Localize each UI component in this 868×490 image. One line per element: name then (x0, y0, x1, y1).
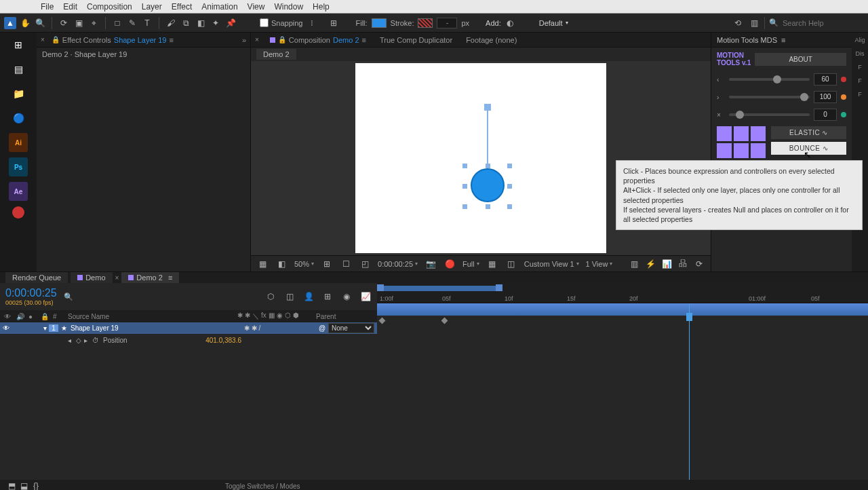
layer-row[interactable]: 👁 ▾ 1 ★ Shape Layer 19 ✱ ✱ / @ None (0, 322, 377, 335)
comp-subtab[interactable]: Demo 2 (256, 49, 296, 60)
panel-icon[interactable]: ▥ (748, 17, 760, 29)
selection-handle[interactable] (507, 164, 512, 168)
time-ruler[interactable]: 1:00f 05f 10f 15f 20f 01:00f 05f (377, 283, 868, 303)
keyframe-icon[interactable] (379, 318, 386, 324)
panel-stub[interactable]: F (858, 77, 862, 84)
add-menu-icon[interactable]: ◐ (504, 17, 516, 29)
camera-dropdown[interactable]: Custom View 1 (524, 260, 579, 268)
parent-dropdown[interactable]: None (328, 323, 374, 333)
switch-icon[interactable]: ✱ (237, 312, 243, 321)
zoom-dropdown[interactable]: 50% (294, 260, 314, 268)
snapping-checkbox[interactable] (260, 18, 269, 27)
search-icon[interactable]: 🔍 (64, 293, 73, 301)
alpha-toggle-icon[interactable]: ◧ (275, 258, 288, 270)
mask-toggle-icon[interactable]: ▦ (256, 258, 269, 270)
tab-menu-icon[interactable]: ≡ (169, 36, 173, 44)
tab-demo[interactable]: Demo (71, 272, 112, 283)
keyframe-nav-prev-icon[interactable]: ◂ (68, 337, 76, 344)
refresh-icon[interactable]: ⟳ (693, 258, 705, 270)
tab-menu-icon[interactable]: ≡ (362, 36, 366, 44)
slider-1-value[interactable]: 60 (814, 73, 837, 86)
distribute-panel-stub[interactable]: Dis (856, 50, 865, 57)
panel-stub[interactable]: F (858, 64, 862, 71)
graph-editor-icon[interactable]: 📈 (359, 290, 372, 303)
timeline-icon[interactable]: 📊 (660, 258, 673, 270)
tab-demo2[interactable]: Demo 2≡ (121, 272, 179, 283)
grid-icon[interactable]: ⊞ (321, 258, 333, 270)
menu-view[interactable]: View (248, 2, 265, 12)
frame-blend-icon[interactable]: ⊞ (321, 290, 334, 303)
selection-handle[interactable] (507, 184, 512, 189)
color-dot[interactable] (841, 94, 846, 100)
overflow-icon[interactable]: » (242, 36, 246, 44)
color-dot[interactable] (841, 77, 846, 82)
type-tool-icon[interactable]: T (141, 17, 153, 29)
stamp-tool-icon[interactable]: ⧉ (180, 17, 192, 29)
menu-help[interactable]: Help (313, 2, 330, 12)
snapshot-icon[interactable]: 📷 (425, 258, 437, 270)
stroke-width-input[interactable]: - (437, 18, 457, 29)
work-area-start[interactable] (377, 284, 384, 291)
pan-behind-tool-icon[interactable]: ⌖ (87, 17, 100, 29)
flowchart-icon[interactable]: 品 (677, 258, 689, 270)
illustrator-icon[interactable]: Ai (9, 133, 28, 152)
puppet-tool-icon[interactable]: 📌 (224, 17, 237, 29)
playhead[interactable] (689, 303, 690, 480)
menu-edit[interactable]: Edit (63, 2, 77, 12)
switch-icon[interactable]: ✱ (245, 312, 250, 321)
align-panel-stub[interactable]: Alig (854, 37, 865, 43)
lock-col-icon[interactable]: 🔒 (41, 313, 49, 320)
tab-menu-icon[interactable]: ≡ (781, 36, 785, 44)
fill-swatch[interactable] (372, 18, 387, 28)
selection-handle[interactable] (486, 204, 490, 209)
workspace-preset[interactable]: Default (539, 19, 563, 27)
orbit-tool-icon[interactable]: ⟳ (58, 17, 70, 29)
rect-tool-icon[interactable]: □ (111, 17, 123, 29)
slider-3[interactable] (729, 113, 810, 116)
photoshop-icon[interactable]: Ps (9, 157, 28, 176)
pickwhip-icon[interactable]: @ (316, 324, 326, 332)
color-dot[interactable] (841, 112, 846, 117)
search-input[interactable] (783, 19, 864, 27)
record-icon[interactable] (12, 206, 24, 219)
menu-window[interactable]: Window (274, 2, 303, 12)
switch-icon[interactable]: ＼ (252, 312, 259, 321)
track-area[interactable] (377, 303, 868, 480)
menu-file[interactable]: File (41, 2, 54, 12)
menu-layer[interactable]: Layer (142, 2, 162, 12)
grid-icon[interactable]: ⊞ (328, 17, 340, 29)
menu-animation[interactable]: Animation (201, 2, 237, 12)
sync-icon[interactable]: ⟲ (732, 17, 744, 29)
keyframe-icon[interactable] (441, 318, 448, 324)
selection-handle[interactable] (462, 204, 467, 209)
resolution-dropdown[interactable]: Full (462, 260, 479, 268)
hand-tool-icon[interactable]: ✋ (19, 17, 31, 29)
mask-icon[interactable]: ◰ (359, 258, 371, 270)
footer-icon[interactable]: ⬓ (18, 480, 30, 490)
tab-menu-icon[interactable]: ≡ (168, 274, 172, 282)
folder-icon[interactable]: 📁 (9, 84, 28, 103)
keyframe-toggle-icon[interactable]: ◇ (76, 337, 84, 344)
anchor-point[interactable] (484, 104, 491, 111)
shy-icon[interactable]: 👤 (302, 290, 315, 303)
lock-icon[interactable]: 🔒 (278, 36, 286, 43)
switch-icon[interactable]: ⬡ (285, 312, 291, 321)
roto-tool-icon[interactable]: ✦ (210, 17, 222, 29)
pixel-aspect-icon[interactable]: ▥ (628, 258, 640, 270)
snap-opts-icon[interactable]: ⁝ (306, 17, 318, 29)
windows-icon[interactable]: ⊞ (9, 35, 28, 54)
shape-circle[interactable] (471, 168, 505, 202)
lock-icon[interactable]: 🔒 (52, 36, 60, 43)
property-name[interactable]: Position (103, 337, 127, 344)
audio-col-icon[interactable]: 🔊 (16, 313, 24, 320)
guides-icon[interactable]: ☐ (340, 258, 352, 270)
canvas[interactable] (355, 63, 606, 253)
eraser-tool-icon[interactable]: ◧ (195, 17, 207, 29)
property-value[interactable]: 401.0,383.6 (205, 337, 241, 344)
twirl-icon[interactable]: ▾ (41, 324, 49, 332)
zoom-tool-icon[interactable]: 🔍 (34, 17, 46, 29)
close-tab-icon[interactable]: × (115, 274, 119, 282)
motion-tools-tab[interactable]: Motion Tools MDS ≡ (711, 33, 852, 48)
region-icon[interactable]: ◫ (505, 258, 517, 270)
keyframe-nav-next-icon[interactable]: ▸ (84, 337, 92, 344)
